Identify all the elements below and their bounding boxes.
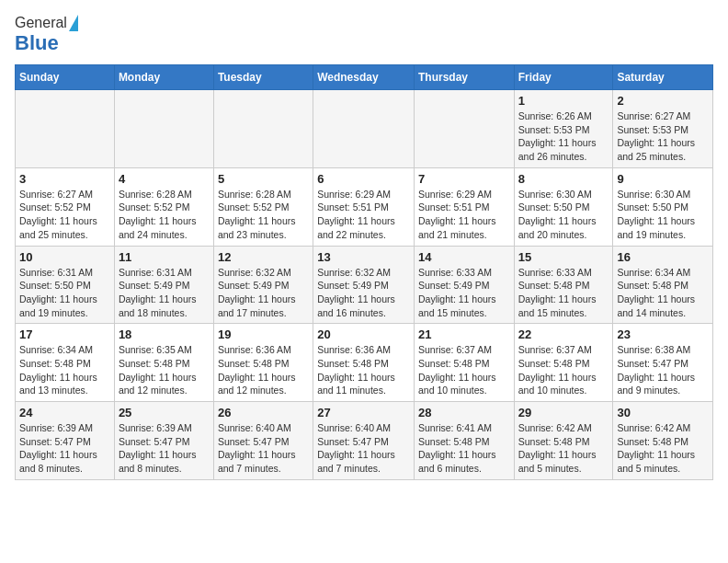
calendar-week-1: 1Sunrise: 6:26 AMSunset: 5:53 PMDaylight… (16, 90, 713, 168)
day-number: 16 (617, 250, 709, 264)
day-info: Sunrise: 6:37 AMSunset: 5:48 PMDaylight:… (418, 343, 510, 397)
day-number: 17 (19, 327, 110, 341)
day-info: Sunrise: 6:32 AMSunset: 5:49 PMDaylight:… (218, 266, 309, 320)
day-info: Sunrise: 6:32 AMSunset: 5:49 PMDaylight:… (317, 266, 410, 320)
day-info: Sunrise: 6:39 AMSunset: 5:47 PMDaylight:… (119, 421, 210, 476)
day-number: 9 (617, 172, 709, 186)
calendar-cell: 25Sunrise: 6:39 AMSunset: 5:47 PMDayligh… (114, 402, 213, 480)
day-info: Sunrise: 6:36 AMSunset: 5:48 PMDaylight:… (218, 343, 309, 397)
calendar-cell: 17Sunrise: 6:34 AMSunset: 5:48 PMDayligh… (16, 324, 115, 402)
column-header-wednesday: Wednesday (313, 65, 415, 90)
calendar-cell: 26Sunrise: 6:40 AMSunset: 5:47 PMDayligh… (213, 402, 313, 480)
calendar-cell: 13Sunrise: 6:32 AMSunset: 5:49 PMDayligh… (313, 246, 415, 324)
column-header-friday: Friday (514, 65, 613, 90)
day-number: 30 (617, 406, 709, 419)
day-info: Sunrise: 6:42 AMSunset: 5:48 PMDaylight:… (617, 421, 709, 476)
calendar-body: 1Sunrise: 6:26 AMSunset: 5:53 PMDaylight… (16, 90, 713, 480)
logo: General Blue (15, 15, 78, 55)
day-number: 24 (19, 406, 110, 419)
calendar-cell: 1Sunrise: 6:26 AMSunset: 5:53 PMDaylight… (514, 90, 613, 168)
day-number: 8 (518, 172, 609, 186)
day-number: 3 (19, 172, 110, 186)
column-header-saturday: Saturday (613, 65, 713, 90)
column-header-tuesday: Tuesday (213, 65, 313, 90)
logo-blue-text: Blue (15, 31, 59, 55)
column-header-thursday: Thursday (414, 65, 514, 90)
day-info: Sunrise: 6:33 AMSunset: 5:49 PMDaylight:… (418, 266, 510, 320)
page-header: General Blue (15, 15, 713, 55)
calendar-cell: 7Sunrise: 6:29 AMSunset: 5:51 PMDaylight… (414, 167, 514, 246)
day-info: Sunrise: 6:31 AMSunset: 5:49 PMDaylight:… (119, 266, 210, 320)
day-info: Sunrise: 6:40 AMSunset: 5:47 PMDaylight:… (218, 421, 309, 476)
calendar-cell (414, 90, 514, 168)
calendar-cell: 8Sunrise: 6:30 AMSunset: 5:50 PMDaylight… (514, 167, 613, 246)
day-number: 4 (119, 172, 210, 186)
day-number: 6 (317, 172, 410, 186)
calendar-cell: 15Sunrise: 6:33 AMSunset: 5:48 PMDayligh… (514, 246, 613, 324)
day-number: 1 (518, 94, 609, 108)
day-info: Sunrise: 6:31 AMSunset: 5:50 PMDaylight:… (19, 266, 110, 320)
logo-general-text: General (15, 15, 67, 31)
day-number: 10 (19, 250, 110, 264)
calendar-cell: 5Sunrise: 6:28 AMSunset: 5:52 PMDaylight… (213, 167, 313, 246)
day-info: Sunrise: 6:41 AMSunset: 5:48 PMDaylight:… (418, 421, 510, 476)
calendar-cell (16, 90, 115, 168)
day-info: Sunrise: 6:36 AMSunset: 5:48 PMDaylight:… (317, 343, 410, 397)
day-number: 14 (418, 250, 510, 264)
day-info: Sunrise: 6:33 AMSunset: 5:48 PMDaylight:… (518, 266, 609, 320)
day-number: 28 (418, 406, 510, 419)
day-info: Sunrise: 6:30 AMSunset: 5:50 PMDaylight:… (617, 188, 709, 242)
day-info: Sunrise: 6:27 AMSunset: 5:52 PMDaylight:… (19, 188, 110, 242)
day-info: Sunrise: 6:40 AMSunset: 5:47 PMDaylight:… (317, 421, 410, 476)
calendar-week-5: 24Sunrise: 6:39 AMSunset: 5:47 PMDayligh… (16, 402, 713, 480)
day-info: Sunrise: 6:30 AMSunset: 5:50 PMDaylight:… (518, 188, 609, 242)
calendar-week-4: 17Sunrise: 6:34 AMSunset: 5:48 PMDayligh… (16, 324, 713, 402)
calendar-cell: 11Sunrise: 6:31 AMSunset: 5:49 PMDayligh… (114, 246, 213, 324)
calendar-cell: 18Sunrise: 6:35 AMSunset: 5:48 PMDayligh… (114, 324, 213, 402)
calendar-cell: 6Sunrise: 6:29 AMSunset: 5:51 PMDaylight… (313, 167, 415, 246)
calendar-cell: 24Sunrise: 6:39 AMSunset: 5:47 PMDayligh… (16, 402, 115, 480)
column-header-sunday: Sunday (16, 65, 115, 90)
calendar-cell: 14Sunrise: 6:33 AMSunset: 5:49 PMDayligh… (414, 246, 514, 324)
logo-triangle-icon (69, 15, 78, 31)
day-number: 18 (119, 327, 210, 341)
day-number: 26 (218, 406, 309, 419)
calendar-cell: 21Sunrise: 6:37 AMSunset: 5:48 PMDayligh… (414, 324, 514, 402)
day-number: 23 (617, 327, 709, 341)
day-number: 12 (218, 250, 309, 264)
calendar-cell: 23Sunrise: 6:38 AMSunset: 5:47 PMDayligh… (613, 324, 713, 402)
day-number: 11 (119, 250, 210, 264)
calendar-week-2: 3Sunrise: 6:27 AMSunset: 5:52 PMDaylight… (16, 167, 713, 246)
calendar-cell: 12Sunrise: 6:32 AMSunset: 5:49 PMDayligh… (213, 246, 313, 324)
day-number: 2 (617, 94, 709, 108)
day-info: Sunrise: 6:37 AMSunset: 5:48 PMDaylight:… (518, 343, 609, 397)
calendar-cell: 29Sunrise: 6:42 AMSunset: 5:48 PMDayligh… (514, 402, 613, 480)
calendar-cell: 19Sunrise: 6:36 AMSunset: 5:48 PMDayligh… (213, 324, 313, 402)
calendar-cell: 4Sunrise: 6:28 AMSunset: 5:52 PMDaylight… (114, 167, 213, 246)
day-info: Sunrise: 6:28 AMSunset: 5:52 PMDaylight:… (218, 188, 309, 242)
day-info: Sunrise: 6:38 AMSunset: 5:47 PMDaylight:… (617, 343, 709, 397)
calendar-cell: 9Sunrise: 6:30 AMSunset: 5:50 PMDaylight… (613, 167, 713, 246)
day-number: 29 (518, 406, 609, 419)
day-info: Sunrise: 6:34 AMSunset: 5:48 PMDaylight:… (19, 343, 110, 397)
day-number: 27 (317, 406, 410, 419)
day-info: Sunrise: 6:27 AMSunset: 5:53 PMDaylight:… (617, 109, 709, 164)
calendar-cell (114, 90, 213, 168)
calendar-cell: 2Sunrise: 6:27 AMSunset: 5:53 PMDaylight… (613, 90, 713, 168)
day-info: Sunrise: 6:34 AMSunset: 5:48 PMDaylight:… (617, 266, 709, 320)
day-number: 5 (218, 172, 309, 186)
day-info: Sunrise: 6:29 AMSunset: 5:51 PMDaylight:… (418, 188, 510, 242)
calendar-cell (213, 90, 313, 168)
day-number: 7 (418, 172, 510, 186)
day-info: Sunrise: 6:29 AMSunset: 5:51 PMDaylight:… (317, 188, 410, 242)
day-number: 22 (518, 327, 609, 341)
day-number: 19 (218, 327, 309, 341)
day-info: Sunrise: 6:39 AMSunset: 5:47 PMDaylight:… (19, 421, 110, 476)
day-info: Sunrise: 6:42 AMSunset: 5:48 PMDaylight:… (518, 421, 609, 476)
day-number: 21 (418, 327, 510, 341)
calendar-cell: 10Sunrise: 6:31 AMSunset: 5:50 PMDayligh… (16, 246, 115, 324)
calendar-cell: 22Sunrise: 6:37 AMSunset: 5:48 PMDayligh… (514, 324, 613, 402)
day-number: 20 (317, 327, 410, 341)
day-number: 13 (317, 250, 410, 264)
calendar-header-row: SundayMondayTuesdayWednesdayThursdayFrid… (16, 65, 713, 90)
